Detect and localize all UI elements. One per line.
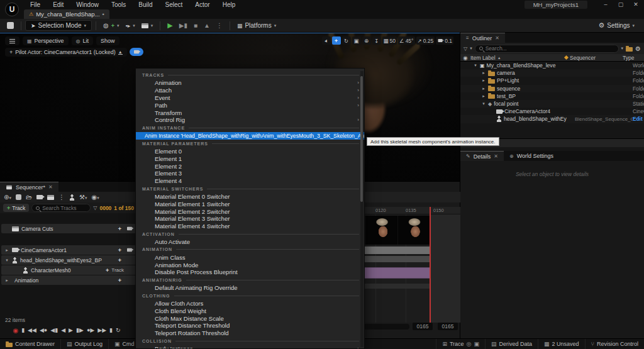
outliner-row[interactable]: ▸ test_BP Folder [460, 92, 644, 100]
show-button[interactable]: Show [96, 36, 119, 45]
play-button[interactable]: ▶ [164, 20, 175, 31]
track-filter-icon[interactable]: ▽ [93, 205, 97, 211]
world-button[interactable]: ⊕▾ [4, 194, 11, 201]
outliner-row[interactable]: ▾ ▣ My_chara_BlendShape_leve World [460, 62, 644, 69]
move-tool-button[interactable]: + [332, 36, 341, 45]
lit-button[interactable]: ◍ Lit [72, 36, 94, 45]
wrench-button[interactable]: ⚒▾ [79, 194, 87, 201]
current-frame-box[interactable]: 0165 [413, 323, 433, 330]
expander-icon[interactable]: ▾ [4, 258, 9, 263]
close-icon[interactable]: ✕ [48, 184, 53, 190]
rotation-snap-button[interactable]: ∠45° [398, 36, 414, 45]
outliner-row[interactable]: ▾ ◆ focal point StaticMeshA [460, 100, 644, 108]
add-actor-to-sequencer-icon[interactable] [69, 194, 75, 201]
camera-icon[interactable] [127, 248, 132, 252]
menu-item[interactable]: Actor [189, 0, 216, 9]
menu-item[interactable]: Window [70, 0, 105, 9]
menu-item[interactable]: Body Instance › [136, 345, 364, 349]
perspective-button[interactable]: ▦ Perspective [23, 36, 69, 45]
render-movie-icon[interactable] [47, 195, 54, 200]
outliner-search-input[interactable] [486, 45, 614, 52]
menu-item[interactable]: Anim Instance 'Head_BlendShape_withRig_w… [136, 132, 364, 140]
eject-pilot-icon[interactable]: ▲ [118, 50, 123, 55]
sequencer-track-row[interactable]: CharacterMesh0 + Track [1, 265, 136, 275]
camera-speed-button[interactable]: 0.1 [436, 36, 453, 45]
menu-item[interactable]: Disable Post Process Blueprint [136, 269, 364, 276]
world-space-button[interactable]: ⊕ [362, 36, 371, 45]
menu-item[interactable]: Element 1 [136, 155, 364, 162]
menu-item[interactable]: Material Element 1 Switcher [136, 200, 364, 208]
outliner-row[interactable]: ▸ PP+Light Folder [460, 77, 644, 84]
expander-icon[interactable]: ▸ [481, 86, 486, 91]
chevron-down-icon[interactable]: ▾ [621, 46, 624, 51]
skip-button[interactable]: ▶▮ [176, 21, 191, 30]
unsaved-button[interactable]: ▦ 2 Unsaved [538, 339, 586, 349]
menu-item[interactable]: Anim Class [136, 253, 364, 261]
visibility-column-icon[interactable]: ◉ [460, 55, 470, 61]
menu-scrollbar-thumb[interactable] [360, 76, 364, 202]
cinematics-button[interactable]: ▾ [138, 22, 157, 30]
eject-button[interactable]: ▲ [201, 21, 213, 30]
menu-item[interactable]: Teleport Rotation Threshold [136, 330, 364, 337]
expander-icon[interactable]: ▸ [4, 248, 9, 253]
tab-world-settings[interactable]: ⊕ World Settings [504, 151, 559, 161]
menu-item[interactable]: Attach › [136, 87, 364, 94]
add-section-icon[interactable]: + [118, 257, 121, 263]
browse-sequence-icon[interactable]: 🗁 [26, 194, 32, 201]
expander-icon[interactable]: ▸ [481, 78, 486, 83]
outliner-row[interactable]: CineCameraActor4 CineCamera [460, 108, 644, 115]
menu-item[interactable]: Element 2 [136, 162, 364, 170]
stop-button[interactable]: ■ [191, 21, 201, 30]
prev-frame-button[interactable]: ◀▮ [50, 327, 58, 333]
scale-snap-button[interactable]: ↗0.25 [416, 36, 435, 45]
settings-button[interactable]: ⚙ Settings ▾ [595, 20, 638, 31]
pilot-actor-pill[interactable]: + Pilot Actor: CineCameraActor1 (Locked)… [5, 48, 127, 57]
range-start-button[interactable]: ▮ [21, 327, 25, 333]
menu-item[interactable]: Teleport Distance Threshold [136, 322, 364, 330]
content-drawer-button[interactable]: Content Drawer [0, 339, 61, 349]
play-reverse-button[interactable]: ◀ [61, 327, 65, 333]
close-icon[interactable]: ✕ [494, 153, 498, 159]
new-folder-icon[interactable] [626, 47, 633, 52]
add-section-icon[interactable]: + [118, 226, 121, 232]
playhead[interactable] [430, 207, 431, 323]
menu-item[interactable]: Default Animating Rig Override [136, 284, 364, 292]
sequencer-track-row[interactable]: ▸ CineCameraActor1 + [1, 245, 136, 255]
view-options-button[interactable]: ◉▾ [91, 194, 99, 201]
menu-item[interactable]: Material Element 3 Switcher [136, 215, 364, 223]
menu-item[interactable]: Animation › [136, 79, 364, 87]
column-item-label[interactable]: Item Label ▲ [470, 55, 565, 61]
revision-control-button[interactable]: ⑂ Revision Control [586, 339, 644, 349]
surface-snap-button[interactable]: ↧ [372, 36, 381, 45]
select-tool-button[interactable]: ► [322, 36, 331, 45]
add-section-icon[interactable]: + [118, 277, 121, 284]
grid-snap-button[interactable]: ▦50 [382, 36, 397, 45]
outliner-search[interactable] [475, 45, 619, 53]
maximize-button[interactable]: ▢ [615, 0, 626, 9]
column-type[interactable]: Type [623, 55, 644, 61]
menu-item[interactable]: Help [216, 0, 242, 9]
viewport-menu-button[interactable] [5, 36, 19, 45]
menu-item[interactable]: Element 4 [136, 177, 364, 185]
end-frame-box[interactable]: 0165 [438, 323, 458, 330]
derived-data-button[interactable]: ▤ Derived Data [486, 339, 538, 349]
menu-item[interactable]: Edit [47, 0, 70, 9]
add-track-button[interactable]: + Track [3, 204, 29, 212]
scale-tool-button[interactable]: ▣ [352, 36, 361, 45]
add-section-icon[interactable]: + [118, 247, 121, 253]
menu-item[interactable]: Material Element 4 Switcher [136, 223, 364, 230]
outliner-settings-icon[interactable]: ⚙ [635, 45, 641, 52]
menu-item[interactable]: Cloth Max Distance Scale [136, 314, 364, 322]
expander-icon[interactable]: ▸ [481, 70, 486, 75]
menu-item[interactable]: Material Element 2 Switcher [136, 208, 364, 215]
track-search[interactable] [31, 204, 91, 212]
next-key-button[interactable]: ●▶ [87, 327, 94, 333]
loop-button[interactable]: ↻ [116, 327, 121, 333]
menu-item[interactable]: Material Element 0 Switcher [136, 193, 364, 201]
next-frame-button[interactable]: ▮▶ [76, 327, 84, 333]
outliner-row[interactable]: ▸ camera Folder [460, 69, 644, 77]
play-options-button[interactable]: ⋮ [213, 21, 226, 30]
menu-item[interactable]: Transform [136, 109, 364, 116]
jump-to-end-button[interactable]: ▶▶ [97, 327, 106, 333]
filter-icon[interactable]: ▽ [464, 46, 467, 52]
